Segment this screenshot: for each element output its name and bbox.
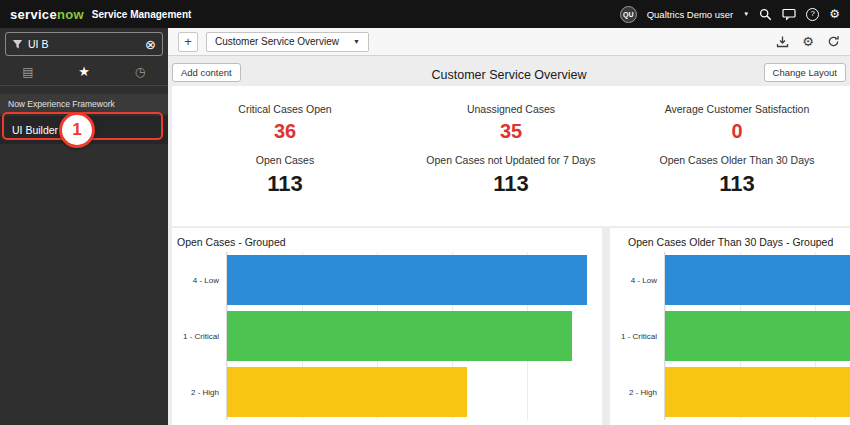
chart-open-cases-older-30-days-grouped: Open Cases Older Than 30 Days - Grouped … xyxy=(610,228,850,425)
bar-row: 4 - Low xyxy=(610,252,850,308)
sidebar: ⊗ ▤ ★ ◷ Now Experience Framework UI Buil… xyxy=(0,28,168,425)
bar-1-critical[interactable] xyxy=(665,311,850,361)
servicenow-logo: servicenow xyxy=(10,7,84,22)
plot-area-row xyxy=(226,252,602,308)
kpi-value: 113 xyxy=(624,171,850,197)
y-axis-tick-label: 2 - High xyxy=(172,364,226,420)
apps-icon: ▤ xyxy=(22,65,33,79)
plot-area-row xyxy=(226,364,602,420)
kpi-value: 35 xyxy=(398,120,624,143)
sidebar-section-label: Now Experience Framework xyxy=(0,94,168,114)
app-title: Service Management xyxy=(92,9,192,20)
kpi-panel: Critical Cases Open 36 Unassigned Cases … xyxy=(172,86,850,226)
kpi-value: 113 xyxy=(172,171,398,197)
kpi-open-cases-older-30-days: Open Cases Older Than 30 Days 113 xyxy=(624,151,850,205)
dashboard-toolbar: + Customer Service Overview ▼ ⚙ xyxy=(168,28,850,56)
bar-2-high[interactable] xyxy=(665,367,850,417)
servicenow-app: servicenow Service Management QU Qualtri… xyxy=(0,0,850,425)
chat-icon[interactable] xyxy=(782,8,796,21)
logo-now-text: now xyxy=(57,7,84,22)
bar-2-high[interactable] xyxy=(227,367,467,417)
clear-search-icon[interactable]: ⊗ xyxy=(145,38,156,51)
bar-4-low[interactable] xyxy=(665,255,850,305)
search-icon[interactable] xyxy=(759,8,772,21)
y-axis-tick-label: 1 - Critical xyxy=(172,308,226,364)
kpi-critical-cases-open: Critical Cases Open 36 xyxy=(172,100,398,151)
history-clock-icon: ◷ xyxy=(135,65,145,79)
kpi-average-customer-satisfaction: Average Customer Satisfaction 0 xyxy=(624,100,850,151)
tab-favorites[interactable]: ★ xyxy=(56,64,112,79)
sidebar-item-ui-builder[interactable]: UI Builder xyxy=(0,116,168,144)
y-axis-tick-label: 1 - Critical xyxy=(610,308,664,364)
bar-1-critical[interactable] xyxy=(227,311,572,361)
charts-row: Open Cases - Grouped 4 - Low1 - Critical… xyxy=(172,228,850,425)
kpi-label: Open Cases xyxy=(172,154,398,166)
kpi-label: Critical Cases Open xyxy=(172,103,398,115)
sidebar-tabs: ▤ ★ ◷ xyxy=(0,58,168,86)
avatar[interactable]: QU xyxy=(620,6,637,23)
app-header: servicenow Service Management QU Qualtri… xyxy=(0,0,850,28)
help-question-glyph: ? xyxy=(806,8,819,21)
y-axis-tick-label: 2 - High xyxy=(610,364,664,420)
canvas-actions-row: Add content Customer Service Overview Ch… xyxy=(172,60,846,84)
toolbar-right: ⚙ xyxy=(776,35,840,48)
refresh-icon[interactable] xyxy=(827,35,840,48)
dashboard-settings-gear-icon[interactable]: ⚙ xyxy=(802,35,814,48)
kpi-open-cases-not-updated-7-days: Open Cases not Updated for 7 Days 113 xyxy=(398,151,624,205)
bar-4-low[interactable] xyxy=(227,255,587,305)
kpi-label: Unassigned Cases xyxy=(398,103,624,115)
dashboard-selector-value: Customer Service Overview xyxy=(215,36,339,47)
bar-chart: 4 - Low1 - Critical2 - High xyxy=(610,252,850,420)
chart-title: Open Cases Older Than 30 Days - Grouped xyxy=(610,236,850,248)
bar-row: 1 - Critical xyxy=(172,308,602,364)
logo-service-text: service xyxy=(10,7,57,22)
kpi-value: 36 xyxy=(172,120,398,143)
user-caret-down-icon[interactable]: ▼ xyxy=(743,11,749,17)
page-title: Customer Service Overview xyxy=(172,68,846,82)
kpi-label: Open Cases not Updated for 7 Days xyxy=(398,154,624,166)
kpi-open-cases: Open Cases 113 xyxy=(172,151,398,205)
selector-caret-down-icon: ▼ xyxy=(353,38,360,45)
bar-row: 4 - Low xyxy=(172,252,602,308)
user-menu[interactable]: Qualtrics Demo user xyxy=(647,9,734,20)
star-icon: ★ xyxy=(78,64,90,79)
kpi-value: 113 xyxy=(398,171,624,197)
kpi-label: Average Customer Satisfaction xyxy=(624,103,850,115)
change-layout-button[interactable]: Change Layout xyxy=(764,63,846,82)
kpi-unassigned-cases: Unassigned Cases 35 xyxy=(398,100,624,151)
tab-all-applications[interactable]: ▤ xyxy=(0,65,56,79)
bar-chart: 4 - Low1 - Critical2 - High xyxy=(172,252,602,420)
help-icon[interactable]: ? xyxy=(806,8,819,21)
edit-pencil-icon[interactable] xyxy=(63,126,72,135)
plot-area-row xyxy=(226,308,602,364)
sidebar-item-label: UI Builder xyxy=(12,124,58,136)
kpi-grid: Critical Cases Open 36 Unassigned Cases … xyxy=(172,86,850,205)
y-axis-tick-label: 4 - Low xyxy=(610,252,664,308)
dashboard-selector[interactable]: Customer Service Overview ▼ xyxy=(206,32,369,52)
kpi-value: 0 xyxy=(624,120,850,143)
bar-row: 2 - High xyxy=(610,364,850,420)
plot-area-row xyxy=(664,252,850,308)
add-content-button[interactable]: Add content xyxy=(172,63,241,82)
gear-icon[interactable]: ⚙ xyxy=(829,8,840,20)
bar-row: 1 - Critical xyxy=(610,308,850,364)
y-axis-tick-label: 4 - Low xyxy=(172,252,226,308)
filter-icon xyxy=(12,39,23,50)
tab-history[interactable]: ◷ xyxy=(112,65,168,79)
header-right: QU Qualtrics Demo user ▼ ? ⚙ xyxy=(620,6,840,23)
kpi-label: Open Cases Older Than 30 Days xyxy=(624,154,850,166)
bar-row: 2 - High xyxy=(172,364,602,420)
add-tab-button[interactable]: + xyxy=(178,32,198,52)
sidebar-search-input[interactable] xyxy=(28,38,140,50)
plot-area-row xyxy=(664,308,850,364)
save-dashboard-icon[interactable] xyxy=(776,35,789,48)
chart-title: Open Cases - Grouped xyxy=(172,236,602,248)
chart-open-cases-grouped: Open Cases - Grouped 4 - Low1 - Critical… xyxy=(172,228,602,425)
plot-area-row xyxy=(664,364,850,420)
sidebar-search-box: ⊗ xyxy=(5,32,163,56)
